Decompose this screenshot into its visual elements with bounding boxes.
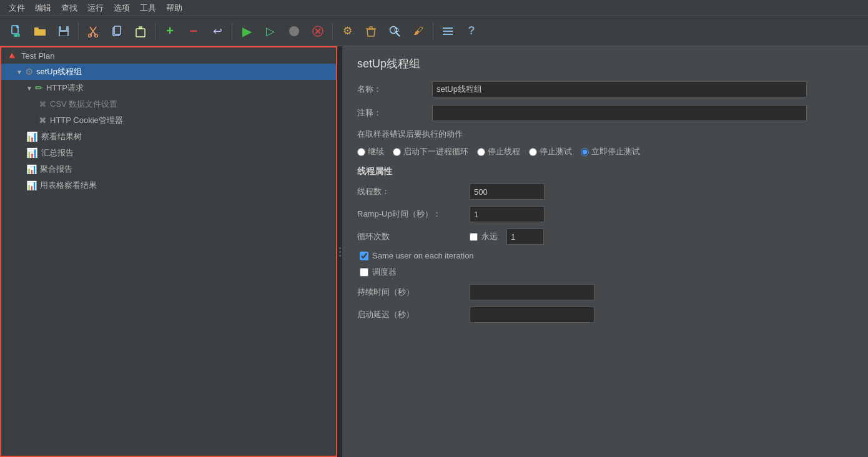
summary-label: 汇总报告 <box>41 147 74 159</box>
name-label: 名称： <box>357 84 432 95</box>
action-continue[interactable]: 继续 <box>357 146 384 157</box>
aggregate-icon: 📊 <box>26 164 37 174</box>
action-stop-test[interactable]: 停止测试 <box>529 146 572 157</box>
main-layout: 🔺 Test Plan ▼ ⚙ setUp线程组 ▼ ✏ HTTP请求 ✖ CS… <box>0 46 868 457</box>
toolbar: + + − ↩ ▶ ▷ ⚙ 🖌 ? <box>0 16 868 46</box>
stop-button[interactable] <box>283 20 305 42</box>
name-input[interactable] <box>432 81 807 97</box>
action-stop-test-radio[interactable] <box>529 148 537 156</box>
startup-delay-row: 启动延迟（秒） <box>357 307 853 323</box>
tree-item-aggregate[interactable]: 📊 聚合报告 <box>1 161 336 177</box>
menu-file[interactable]: 文件 <box>4 1 30 15</box>
scheduler-label: 调度器 <box>372 267 397 278</box>
cookie-icon: ✖ <box>39 115 47 126</box>
tree-item-result-tree[interactable]: 📊 察看结果树 <box>1 129 336 145</box>
menu-run[interactable]: 运行 <box>82 1 109 15</box>
menu-tools[interactable]: 工具 <box>135 1 161 15</box>
thread-count-input[interactable] <box>470 184 545 200</box>
thread-count-label: 线程数： <box>357 186 470 197</box>
forever-checkbox[interactable] <box>470 233 478 241</box>
same-user-checkbox[interactable] <box>360 252 368 260</box>
copy-button[interactable] <box>106 20 128 42</box>
tree-item-test-plan[interactable]: 🔺 Test Plan <box>1 47 336 64</box>
action-stop-thread[interactable]: 停止线程 <box>477 146 520 157</box>
save-button[interactable] <box>52 20 75 42</box>
svg-point-14 <box>289 26 299 36</box>
action-next-loop[interactable]: 启动下一进程循环 <box>393 146 468 157</box>
remove-button[interactable]: − <box>182 20 205 42</box>
run-button[interactable]: ▶ <box>235 20 258 42</box>
action-stop-now-radio[interactable] <box>581 148 589 156</box>
tree-item-setup[interactable]: ▼ ⚙ setUp线程组 <box>1 64 336 80</box>
expand-arrow-http: ▼ <box>26 85 32 92</box>
undo-button[interactable]: ↩ <box>206 20 229 42</box>
tree-item-table-result[interactable]: 📊 用表格察看结果 <box>1 177 336 194</box>
divider-dot-1 <box>339 247 341 249</box>
action-stop-now-label: 立即停止测试 <box>591 146 640 157</box>
tree-item-csv[interactable]: ✖ CSV 数据文件设置 <box>1 96 336 112</box>
panel-divider[interactable] <box>337 46 342 457</box>
toolbar-sep-1 <box>78 22 79 40</box>
scheduler-checkbox[interactable] <box>360 268 368 277</box>
startup-delay-input[interactable] <box>470 307 594 323</box>
action-continue-label: 继续 <box>368 146 384 157</box>
ramp-up-input[interactable] <box>470 206 545 222</box>
action-stop-now[interactable]: 立即停止测试 <box>581 146 640 157</box>
http-icon: ✏ <box>35 82 43 94</box>
action-stop-thread-radio[interactable] <box>477 148 485 156</box>
svg-rect-4 <box>61 26 66 30</box>
action-continue-radio[interactable] <box>357 148 365 156</box>
menu-bar: 文件 编辑 查找 运行 选项 工具 帮助 <box>0 0 868 16</box>
paste-button[interactable] <box>129 20 152 42</box>
action-radio-group: 继续 启动下一进程循环 停止线程 停止测试 立即停止测试 <box>357 146 853 157</box>
toolbar-sep-3 <box>232 22 232 40</box>
menu-edit[interactable]: 编辑 <box>30 1 56 15</box>
same-user-label: Same user on each iteration <box>372 251 474 260</box>
loop-label: 循环次数 <box>357 231 470 242</box>
tree-item-cookie[interactable]: ✖ HTTP Cookie管理器 <box>1 112 336 129</box>
stop-all-button[interactable] <box>307 20 329 42</box>
expand-arrow-setup: ▼ <box>16 69 22 76</box>
action-next-loop-label: 启动下一进程循环 <box>403 146 468 157</box>
menu-options[interactable]: 选项 <box>109 1 135 15</box>
tree-item-summary[interactable]: 📊 汇总报告 <box>1 145 336 161</box>
comment-label: 注释： <box>357 107 432 119</box>
run-no-pause-button[interactable]: ▷ <box>259 20 282 42</box>
divider-dot-2 <box>339 251 341 253</box>
action-next-loop-radio[interactable] <box>393 148 401 156</box>
toolbar-sep-4 <box>332 22 333 40</box>
svg-rect-13 <box>139 26 142 29</box>
search-button[interactable] <box>383 20 406 42</box>
aggregate-label: 聚合报告 <box>40 164 72 175</box>
left-panel: 🔺 Test Plan ▼ ⚙ setUp线程组 ▼ ✏ HTTP请求 ✖ CS… <box>0 46 337 457</box>
thread-count-row: 线程数： <box>357 184 853 200</box>
scheduler-row: 调度器 <box>360 267 853 278</box>
loop-row: 循环次数 永远 <box>357 228 853 245</box>
new-button[interactable]: + <box>5 20 27 42</box>
open-button[interactable] <box>29 20 51 42</box>
duration-input[interactable] <box>470 284 594 300</box>
panel-title: setUp线程组 <box>357 56 853 71</box>
name-row: 名称： <box>357 81 853 97</box>
svg-rect-25 <box>443 27 453 29</box>
svg-point-22 <box>390 26 397 33</box>
tree-item-http[interactable]: ▼ ✏ HTTP请求 <box>1 80 336 96</box>
brush-button[interactable]: 🖌 <box>407 20 430 42</box>
test-plan-icon: 🔺 <box>6 50 18 61</box>
menu-find[interactable]: 查找 <box>56 1 82 15</box>
setup-icon: ⚙ <box>25 66 33 77</box>
add-button[interactable]: + <box>159 20 181 42</box>
menu-help[interactable]: 帮助 <box>161 1 187 15</box>
settings-button[interactable]: ⚙ <box>336 20 358 42</box>
loop-count-input[interactable] <box>506 228 544 245</box>
cut-button[interactable] <box>82 20 104 42</box>
clear-button[interactable] <box>360 20 382 42</box>
right-panel: setUp线程组 名称： 注释： 在取样器错误后要执行的动作 继续 <box>342 46 868 457</box>
ramp-up-label: Ramp-Up时间（秒）： <box>357 209 470 220</box>
comment-input[interactable] <box>432 105 807 121</box>
duration-row: 持续时间（秒） <box>357 284 853 300</box>
list-button[interactable] <box>436 20 459 42</box>
csv-icon: ✖ <box>39 99 47 110</box>
help-button[interactable]: ? <box>460 20 483 42</box>
svg-text:+: + <box>15 34 17 37</box>
